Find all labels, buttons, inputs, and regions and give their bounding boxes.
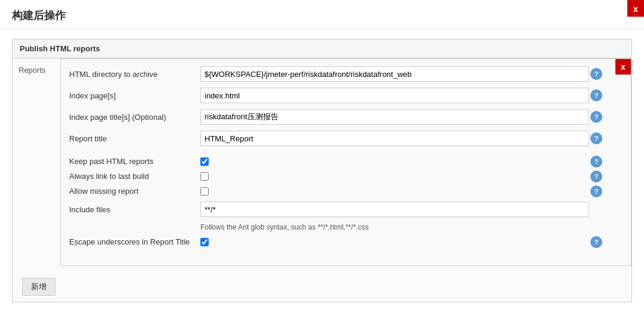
label-html-directory: HTML directory to archive [69, 70, 200, 79]
label-escape-underscores: Escape underscores in Report Title [69, 237, 200, 246]
input-include-files[interactable] [200, 202, 589, 217]
page-close-icon: x [633, 4, 638, 14]
field-row-index-pages: Index page[s] ? [69, 88, 607, 103]
field-row-escape-underscores: Escape underscores in Report Title ? [69, 237, 607, 246]
page-wrapper: x 构建后操作 Publish HTML reports Reports x H… [0, 0, 644, 328]
publish-html-reports-section: Publish HTML reports Reports x HTML dire… [12, 39, 632, 302]
input-report-title[interactable] [200, 131, 589, 146]
input-index-pages[interactable] [200, 88, 589, 103]
help-icon-always-link[interactable]: ? [590, 171, 602, 182]
label-report-title: Report title [69, 134, 200, 143]
input-html-directory[interactable] [200, 66, 589, 82]
label-allow-missing: Allow missing report [69, 187, 200, 196]
label-always-link: Always link to last build [69, 172, 200, 181]
reports-section: Reports x HTML directory to archive ? I [13, 58, 631, 266]
checkbox-escape-underscores[interactable] [200, 238, 209, 246]
help-icon-keep-past[interactable]: ? [590, 156, 602, 168]
field-row-index-page-title: Index page title[s] (Optional) ? [69, 109, 607, 125]
label-index-page-title: Index page title[s] (Optional) [69, 113, 200, 122]
field-row-report-title: Report title ? [69, 131, 607, 146]
reports-label: Reports [13, 58, 60, 266]
section-title: Publish HTML reports [13, 39, 631, 58]
help-icon-index-page-title[interactable]: ? [590, 111, 602, 123]
help-icon-escape-underscores[interactable]: ? [590, 236, 602, 248]
page-close-button[interactable]: x [627, 0, 644, 17]
field-row-allow-missing: Allow missing report ? [69, 187, 607, 196]
label-keep-past: Keep past HTML reports [69, 157, 200, 166]
checkbox-always-link[interactable] [200, 172, 209, 181]
help-icon-report-title[interactable]: ? [590, 132, 602, 144]
field-row-keep-past: Keep past HTML reports ? [69, 157, 607, 166]
include-files-hint: Follows the Ant glob syntax, such as **/… [200, 223, 607, 231]
reports-close-icon: x [621, 62, 626, 72]
label-index-pages: Index page[s] [69, 91, 200, 100]
reports-inner-box: x HTML directory to archive ? Index page… [60, 58, 631, 266]
help-icon-allow-missing[interactable]: ? [590, 185, 602, 197]
field-row-always-link: Always link to last build ? [69, 172, 607, 181]
checkbox-keep-past[interactable] [200, 157, 209, 166]
page-title: 构建后操作 [0, 0, 644, 29]
field-row-html-directory: HTML directory to archive ? [69, 66, 607, 82]
checkbox-allow-missing[interactable] [200, 187, 209, 196]
input-index-page-title[interactable] [200, 109, 589, 125]
label-include-files: Include files [69, 205, 200, 214]
field-row-include-files: Include files [69, 202, 607, 217]
help-icon-html-directory[interactable]: ? [590, 68, 602, 80]
add-button-row: 新增 [13, 266, 631, 302]
reports-close-button[interactable]: x [615, 59, 631, 75]
help-icon-index-pages[interactable]: ? [590, 89, 602, 101]
add-button[interactable]: 新增 [22, 278, 55, 296]
main-content: Publish HTML reports Reports x HTML dire… [0, 29, 644, 312]
